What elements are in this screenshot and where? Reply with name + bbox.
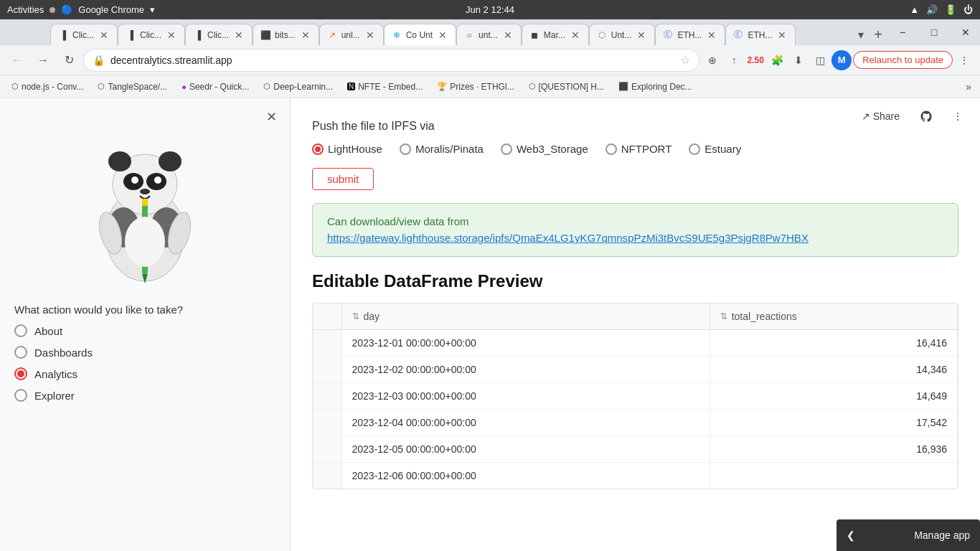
tab-2[interactable]: ▐ Clic... ✕	[118, 24, 185, 45]
tab-11[interactable]: Ⓔ ETH... ✕	[725, 24, 796, 45]
row-num-1	[313, 357, 341, 383]
tab-10[interactable]: Ⓔ ETH... ✕	[655, 24, 725, 45]
bookmark-question[interactable]: ⬡ [QUESTION] H...	[523, 80, 610, 93]
manage-app-bar[interactable]: ❮ Manage app	[837, 519, 980, 551]
tab-10-close[interactable]: ✕	[706, 28, 717, 42]
tab-9[interactable]: ⬡ Unt... ✕	[589, 24, 656, 45]
bookmark-nodejs-label: node.js - Conv...	[22, 82, 83, 92]
bookmarks-more-button[interactable]: »	[963, 80, 974, 94]
day-cell-1[interactable]: 2023-12-02 00:00:00+00:00	[341, 357, 710, 383]
tab-1[interactable]: ▐ Clic... ✕	[50, 24, 118, 45]
tab-10-title: ETH...	[677, 30, 702, 40]
maximize-button[interactable]: □	[920, 19, 948, 45]
bookmark-prizes[interactable]: 🏆 Prizes · ETHGl...	[431, 80, 519, 93]
new-tab-button[interactable]: +	[868, 24, 888, 45]
day-cell-0[interactable]: 2023-12-01 00:00:00+00:00	[341, 330, 710, 357]
tab-6-close[interactable]: ✕	[437, 28, 448, 42]
tab-1-close[interactable]: ✕	[98, 28, 110, 42]
tab-4[interactable]: ⬛ bits... ✕	[253, 24, 319, 45]
share-button[interactable]: ↗ Share	[856, 108, 905, 125]
forward-button[interactable]: →	[32, 49, 55, 72]
estuary-circle[interactable]	[689, 143, 700, 155]
ipfs-link[interactable]: https://gateway.lighthouse.storage/ipfs/…	[327, 232, 809, 244]
tab-7-close[interactable]: ✕	[502, 28, 514, 42]
day-cell-4[interactable]: 2023-12-05 00:00:00+00:00	[341, 436, 710, 463]
power-icon: ⏻	[963, 4, 973, 15]
share-icon: ↗	[862, 110, 870, 122]
web3storage-circle[interactable]	[501, 143, 512, 155]
sidebar-close-button[interactable]: ✕	[261, 107, 281, 127]
tab-8-close[interactable]: ✕	[570, 28, 581, 42]
bookmark-nfte[interactable]: N NFTE - Embed...	[341, 80, 428, 93]
cast-icon[interactable]: ⊕	[702, 50, 722, 70]
ipfs-moralis-option[interactable]: Moralis/Pinata	[400, 143, 484, 155]
reactions-cell-0[interactable]: 16,416	[710, 330, 957, 357]
sidebar-option-about[interactable]: About	[14, 324, 275, 337]
table-row: 2023-12-06 00:00:00+00:00	[313, 463, 958, 489]
reactions-cell-3[interactable]: 17,542	[710, 410, 957, 436]
minimize-button[interactable]: −	[888, 19, 917, 45]
bookmark-tanglespace[interactable]: ⬡ TangleSpace/...	[92, 80, 173, 93]
dashboards-radio-circle[interactable]	[14, 346, 27, 359]
day-cell-2[interactable]: 2023-12-03 00:00:00+00:00	[341, 383, 710, 410]
bookmark-tanglespace-icon: ⬡	[98, 82, 105, 91]
reload-button[interactable]: ↻	[57, 49, 80, 72]
tab-8[interactable]: ◼ Mar... ✕	[522, 24, 589, 45]
back-button[interactable]: ←	[6, 49, 29, 72]
tab-2-close[interactable]: ✕	[166, 28, 177, 42]
day-cell-3[interactable]: 2023-12-04 00:00:00+00:00	[341, 410, 710, 436]
sidebar-option-analytics[interactable]: Analytics	[14, 367, 275, 380]
col-header-day[interactable]: ⇅ day	[341, 303, 710, 330]
tab-9-close[interactable]: ✕	[636, 28, 647, 42]
submit-button[interactable]: submit	[312, 168, 374, 190]
reactions-cell-2[interactable]: 14,649	[710, 383, 957, 410]
nftport-circle[interactable]	[606, 143, 617, 155]
dropdown-icon[interactable]: ▾	[150, 4, 155, 15]
explorer-radio-circle[interactable]	[14, 389, 27, 402]
tab-3-close[interactable]: ✕	[233, 28, 245, 42]
tab-3[interactable]: ▐ Clic... ✕	[185, 24, 253, 45]
reactions-cell-4[interactable]: 16,936	[710, 436, 957, 463]
estuary-label: Estuary	[705, 143, 741, 155]
relaunch-button[interactable]: Relaunch to update	[853, 51, 953, 69]
ipfs-lighthouse-option[interactable]: LightHouse	[312, 143, 382, 155]
tab-11-close[interactable]: ✕	[776, 28, 788, 42]
bookmark-seedr[interactable]: ● Seedr - Quick...	[176, 80, 255, 93]
success-box: Can download/view data from https://gate…	[312, 203, 958, 257]
download-icon[interactable]: ⬇	[788, 50, 809, 70]
tab-7[interactable]: ○ unt... ✕	[456, 24, 522, 45]
share-icon[interactable]: ↑	[724, 50, 744, 70]
close-button[interactable]: ✕	[951, 19, 980, 45]
reactions-cell-1[interactable]: 14,346	[710, 357, 957, 383]
more-menu-button[interactable]: ⋮	[947, 108, 969, 125]
day-cell-5[interactable]: 2023-12-06 00:00:00+00:00	[341, 463, 710, 489]
tab-5[interactable]: ↗ unl... ✕	[319, 24, 384, 45]
analytics-radio-circle[interactable]	[14, 367, 27, 380]
menu-button[interactable]: ⋮	[954, 50, 974, 70]
sidebar-option-explorer[interactable]: Explorer	[14, 389, 275, 402]
tab-more-button[interactable]: ▾	[854, 24, 868, 45]
ipfs-nftport-option[interactable]: NFTPORT	[606, 143, 672, 155]
ipfs-estuary-option[interactable]: Estuary	[689, 143, 741, 155]
tab-6-active[interactable]: ❄ Co Unt ✕	[384, 24, 456, 45]
moralis-circle[interactable]	[400, 143, 411, 155]
extensions-icon[interactable]: 2.50	[745, 50, 765, 70]
ipfs-web3storage-option[interactable]: Web3_Storage	[501, 143, 588, 155]
address-bar[interactable]: 🔒 decentralytics.streamlit.app ☆	[83, 49, 699, 72]
sidebar-icon[interactable]: ◫	[810, 50, 830, 70]
row-num-3	[313, 410, 341, 436]
bookmark-nodejs[interactable]: ⬡ node.js - Conv...	[6, 80, 89, 93]
lighthouse-circle[interactable]	[312, 143, 324, 155]
col-header-reactions[interactable]: ⇅ total_reactions	[710, 303, 957, 330]
github-button[interactable]	[914, 107, 938, 126]
bookmark-exploring[interactable]: ⬛ Exploring Dec...	[613, 80, 698, 93]
tab-4-close[interactable]: ✕	[300, 28, 311, 42]
activities-label[interactable]: Activities	[7, 4, 44, 15]
sidebar-option-dashboards[interactable]: Dashboards	[14, 346, 275, 359]
tab-5-close[interactable]: ✕	[364, 28, 376, 42]
puzzle-icon[interactable]: 🧩	[767, 50, 787, 70]
profile-button[interactable]: M	[831, 50, 852, 70]
bookmark-deep-learning[interactable]: ⬡ Deep-Learnin...	[258, 80, 339, 93]
about-radio-circle[interactable]	[14, 324, 27, 337]
bookmark-star-icon[interactable]: ☆	[680, 53, 690, 67]
